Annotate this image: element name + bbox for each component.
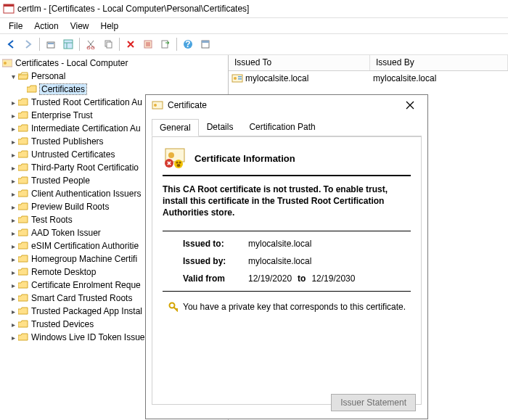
col-issued-by[interactable]: Issued By <box>370 55 508 70</box>
tree-label: Remote Desktop <box>31 267 96 277</box>
folder-icon <box>17 228 29 238</box>
svg-rect-19 <box>202 41 209 43</box>
cut-button[interactable] <box>83 36 99 52</box>
close-button[interactable] <box>396 96 425 115</box>
folder-icon <box>17 176 29 186</box>
expand-icon[interactable]: ▸ <box>9 334 17 342</box>
tree-label: Untrusted Certificates <box>31 149 115 160</box>
col-issued-to[interactable]: Issued To <box>229 55 370 70</box>
valid-from-label: Valid from <box>183 273 248 284</box>
folder-icon <box>17 162 29 173</box>
title-bar: certlm - [Certificates - Local Computer\… <box>0 0 508 17</box>
expand-icon[interactable]: ▸ <box>9 216 17 224</box>
folder-icon <box>17 149 29 160</box>
folder-icon <box>17 189 29 199</box>
folder-open-icon <box>17 71 29 81</box>
forward-button[interactable] <box>20 36 36 52</box>
expand-icon[interactable]: ▸ <box>9 112 17 120</box>
dialog-titlebar: Certificate <box>146 95 427 115</box>
tree-label: Certificates - Local Computer <box>15 58 128 68</box>
separator <box>79 38 80 51</box>
collapse-icon[interactable]: ▾ <box>9 73 17 81</box>
help-button[interactable]: ? <box>180 36 196 52</box>
svg-rect-15 <box>162 41 168 48</box>
expand-icon[interactable]: ▸ <box>9 229 17 237</box>
tree-label: Trusted Devices <box>31 319 94 329</box>
issued-by-value: mylocalsite.local <box>248 256 311 266</box>
menu-action[interactable]: Action <box>28 20 64 33</box>
svg-point-27 <box>154 104 157 107</box>
app-icon <box>3 3 15 15</box>
menu-view[interactable]: View <box>65 20 95 33</box>
separator <box>176 38 177 51</box>
expand-icon[interactable]: ▸ <box>9 125 17 133</box>
menu-file[interactable]: File <box>3 20 28 33</box>
validity-row: Valid from 12/19/2020 to 12/19/2030 <box>183 273 411 284</box>
export-button[interactable] <box>157 36 173 52</box>
svg-rect-3 <box>48 43 54 44</box>
list-row[interactable]: mylocalsite.local mylocalsite.local <box>229 71 508 86</box>
up-button[interactable] <box>43 36 59 52</box>
svg-point-32 <box>176 162 179 164</box>
valid-to-label: to <box>298 273 306 284</box>
svg-point-34 <box>177 164 181 167</box>
tree-label: Personal <box>31 71 65 81</box>
expand-icon[interactable]: ▸ <box>9 151 17 159</box>
dialog-tabs: General Details Certification Path <box>152 118 422 136</box>
expand-icon[interactable]: ▸ <box>9 164 17 172</box>
expand-icon[interactable]: ▸ <box>9 308 17 316</box>
key-icon <box>168 302 179 312</box>
tree-root[interactable]: Certificates - Local Computer <box>0 57 228 70</box>
expand-icon[interactable]: ▸ <box>9 177 17 185</box>
cert-icon <box>1 58 13 68</box>
svg-rect-25 <box>238 78 242 80</box>
expand-icon[interactable]: ▸ <box>9 138 17 146</box>
expand-icon[interactable]: ▸ <box>9 190 17 198</box>
tree-label: Third-Party Root Certificatio <box>31 162 139 173</box>
svg-rect-4 <box>64 40 73 49</box>
delete-button[interactable] <box>123 36 139 52</box>
issuer-statement-button[interactable]: Issuer Statement <box>331 394 416 411</box>
folder-icon <box>17 306 29 316</box>
expand-icon[interactable]: ▸ <box>9 99 17 107</box>
expand-icon[interactable]: ▸ <box>9 255 17 263</box>
svg-rect-1 <box>4 4 14 7</box>
newwindow-button[interactable] <box>197 36 213 52</box>
properties-button[interactable] <box>140 36 156 52</box>
tree-label: Client Authentication Issuers <box>31 189 141 199</box>
window-title: certlm - [Certificates - Local Computer\… <box>17 4 249 14</box>
cert-badge-icon <box>163 147 187 169</box>
issued-to-value: mylocalsite.local <box>248 239 311 249</box>
valid-from-value: 12/19/2020 <box>248 273 292 284</box>
expand-icon[interactable]: ▸ <box>9 295 17 302</box>
certificate-dialog: Certificate General Details Certificatio… <box>145 94 428 419</box>
folder-icon <box>17 293 29 303</box>
svg-rect-10 <box>107 42 112 48</box>
expand-icon[interactable]: ▸ <box>9 268 17 276</box>
tree-label: Intermediate Certification Au <box>31 123 141 133</box>
copy-button[interactable] <box>100 36 116 52</box>
folder-icon <box>17 97 29 107</box>
tree-label: Enterprise Trust <box>31 110 93 120</box>
folder-icon <box>17 267 29 277</box>
cert-item-icon <box>232 73 243 83</box>
tree-label: Windows Live ID Token Issue <box>31 332 145 342</box>
svg-rect-24 <box>238 76 242 78</box>
showhide-tree-button[interactable] <box>60 36 76 52</box>
tab-details[interactable]: Details <box>199 118 242 136</box>
tab-cert-path[interactable]: Certification Path <box>241 118 323 136</box>
expand-icon[interactable]: ▸ <box>9 281 17 289</box>
cert-warning-text: This CA Root certificate is not trusted.… <box>163 184 411 219</box>
tree-personal[interactable]: ▾ Personal <box>0 70 228 83</box>
close-icon <box>406 101 414 110</box>
expand-icon[interactable]: ▸ <box>9 242 17 250</box>
menu-help[interactable]: Help <box>95 20 125 33</box>
folder-icon <box>17 136 29 147</box>
expand-icon[interactable]: ▸ <box>9 321 17 329</box>
issued-to-row: Issued to: mylocalsite.local <box>183 239 411 249</box>
cell-issued-by: mylocalsite.local <box>370 73 436 83</box>
tab-general[interactable]: General <box>152 119 199 136</box>
private-key-text: You have a private key that corresponds … <box>183 302 406 312</box>
back-button[interactable] <box>3 36 19 52</box>
expand-icon[interactable]: ▸ <box>9 203 17 211</box>
